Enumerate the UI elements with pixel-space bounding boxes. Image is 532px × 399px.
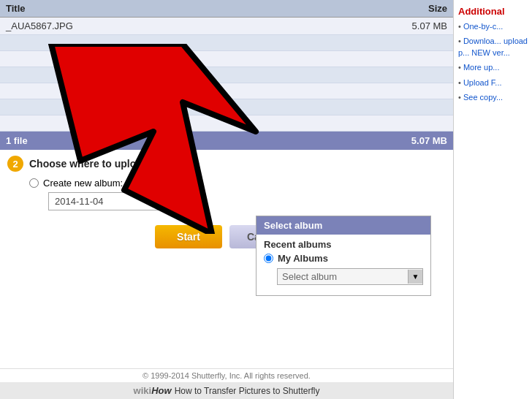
sidebar-additional-label: Additional [458, 6, 528, 17]
create-new-radio[interactable] [29, 178, 39, 188]
empty-row-1 [0, 35, 453, 51]
step2-title: Choose where to upload to [29, 158, 161, 170]
select-album-body: Recent albums My Albums Select album ▼ [256, 235, 430, 295]
table-footer: 1 file 5.07 MB [0, 132, 453, 150]
album-select-row: Select album ▼ [277, 268, 423, 285]
wiki-logo: wikiHow [134, 385, 172, 396]
size-column-header: Size [389, 3, 447, 14]
step-number: 2 [7, 156, 23, 172]
empty-row-2 [0, 51, 453, 67]
empty-row-3 [0, 67, 453, 83]
title-column-header: Title [6, 3, 389, 14]
select-album-panel: Select album Recent albums My Albums Sel… [256, 216, 431, 296]
sidebar-item-1[interactable]: • One-by-c... [458, 21, 528, 32]
table-body: _AUA5867.JPG 5.07 MB [0, 18, 453, 132]
wiki-footer-text: How to Transfer Pictures to Shutterfly [175, 386, 320, 396]
create-new-album-row: Create new album: [29, 178, 446, 189]
table-header: Title Size [0, 0, 453, 18]
empty-row-6 [0, 115, 453, 132]
create-new-label: Create new album: [43, 178, 123, 189]
file-title: _AUA5867.JPG [6, 20, 389, 31]
step2-section: 2 Choose where to upload to Create new a… [0, 150, 453, 221]
sidebar-item-5[interactable]: • See copy... [458, 92, 528, 103]
wiki-how: How [151, 385, 171, 396]
album-name-input[interactable]: 2014-11-04 [48, 192, 194, 210]
start-button[interactable]: Start [155, 225, 222, 248]
upload-options: Create new album: 2014-11-04 [29, 178, 446, 215]
empty-row-5 [0, 99, 453, 115]
total-size: 5.07 MB [389, 135, 447, 146]
file-count: 1 file [6, 135, 389, 146]
page-footer: © 1999-2014 Shutterfly, Inc. All rights … [0, 368, 453, 399]
my-albums-radio[interactable] [264, 254, 273, 263]
album-select-text: Select album [278, 269, 408, 284]
sidebar-item-2[interactable]: • Downloa... upload p... NEW ver... [458, 36, 528, 58]
right-sidebar: Additional • One-by-c... • Downloa... up… [453, 0, 532, 399]
select-album-header: Select album [256, 216, 430, 235]
main-window: Title Size _AUA5867.JPG 5.07 MB 1 file 5… [0, 0, 532, 399]
my-albums-label: My Albums [278, 253, 328, 264]
file-size: 5.07 MB [389, 20, 447, 31]
main-content-area: Title Size _AUA5867.JPG 5.07 MB 1 file 5… [0, 0, 453, 399]
table-row: _AUA5867.JPG 5.07 MB [0, 18, 453, 35]
empty-row-4 [0, 83, 453, 99]
album-select-wrapper[interactable]: Select album ▼ [277, 268, 423, 285]
recent-albums-label: Recent albums [264, 239, 423, 250]
copyright-text: © 1999-2014 Shutterfly, Inc. All rights … [0, 369, 453, 382]
chevron-down-icon[interactable]: ▼ [408, 270, 422, 284]
sidebar-item-3[interactable]: • More up... [458, 62, 528, 73]
step2-header: 2 Choose where to upload to [7, 156, 446, 172]
sidebar-item-4[interactable]: • Upload F... [458, 77, 528, 88]
wiki-footer: wikiHow How to Transfer Pictures to Shut… [0, 382, 453, 399]
my-albums-row: My Albums [264, 253, 423, 264]
